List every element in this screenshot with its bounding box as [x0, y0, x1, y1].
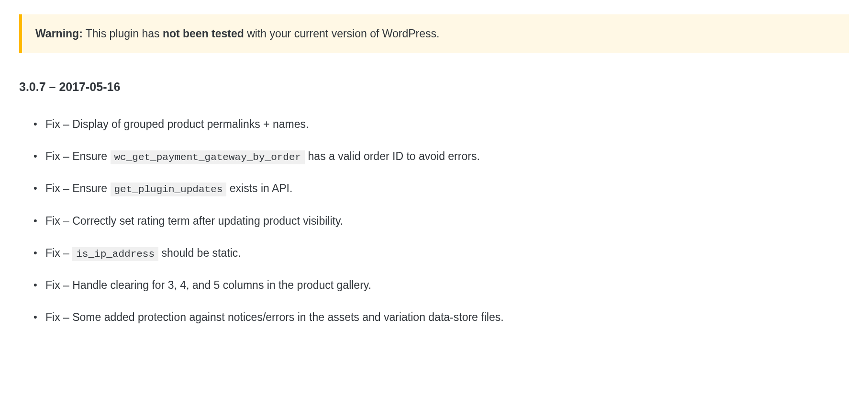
changelog-text: should be static.	[158, 247, 241, 259]
changelog-text: Fix – Handle clearing for 3, 4, and 5 co…	[45, 279, 371, 291]
code-snippet: wc_get_payment_gateway_by_order	[111, 150, 305, 164]
warning-text: Warning: This plugin has not been tested…	[35, 27, 439, 40]
changelog-item: Fix – Ensure wc_get_payment_gateway_by_o…	[45, 148, 849, 166]
changelog-item: Fix – Handle clearing for 3, 4, and 5 co…	[45, 276, 849, 294]
changelog-text: Fix – Correctly set rating term after up…	[45, 215, 343, 227]
warning-after: with your current version of WordPress.	[244, 27, 440, 40]
version-heading: 3.0.7 – 2017-05-16	[19, 77, 849, 96]
warning-notice: Warning: This plugin has not been tested…	[19, 14, 849, 53]
changelog-text: Fix – Ensure	[45, 150, 111, 162]
changelog-item: Fix – Display of grouped product permali…	[45, 115, 849, 133]
warning-prefix: Warning:	[35, 27, 83, 40]
changelog-list: Fix – Display of grouped product permali…	[19, 115, 849, 326]
changelog-item: Fix – Some added protection against noti…	[45, 309, 849, 326]
changelog-text: has a valid order ID to avoid errors.	[305, 150, 480, 162]
warning-bold: not been tested	[163, 27, 244, 40]
changelog-item: Fix – Ensure get_plugin_updates exists i…	[45, 180, 849, 198]
changelog-text: exists in API.	[226, 182, 292, 194]
changelog-item: Fix – is_ip_address should be static.	[45, 244, 849, 263]
warning-before: This plugin has	[83, 27, 163, 40]
changelog-text: Fix – Ensure	[45, 182, 111, 194]
changelog-item: Fix – Correctly set rating term after up…	[45, 212, 849, 230]
code-snippet: is_ip_address	[72, 247, 158, 261]
changelog-text: Fix – Some added protection against noti…	[45, 311, 504, 323]
changelog-text: Fix –	[45, 247, 72, 259]
code-snippet: get_plugin_updates	[111, 183, 227, 196]
changelog-text: Fix – Display of grouped product permali…	[45, 118, 309, 130]
